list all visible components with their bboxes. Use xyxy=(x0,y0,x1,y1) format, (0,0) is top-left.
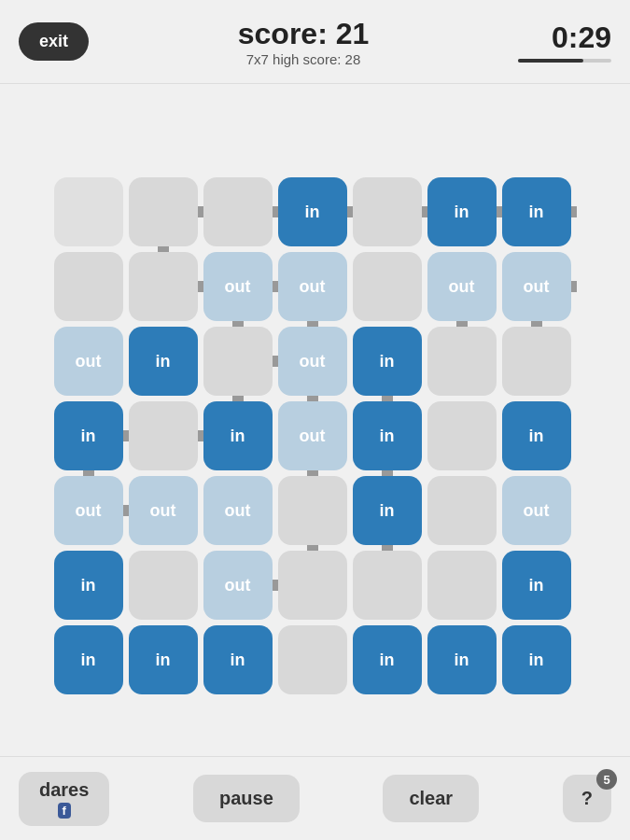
cell[interactable] xyxy=(278,476,347,545)
dares-button[interactable]: dares f xyxy=(19,772,109,826)
cell[interactable]: out xyxy=(54,327,123,396)
cell[interactable]: in xyxy=(502,551,571,620)
score-area: score: 21 7x7 high score: 28 xyxy=(238,17,370,67)
cell[interactable]: out xyxy=(278,401,347,470)
game-board-container: inininoutoutoutoutoutinoutinininoutinino… xyxy=(0,84,630,793)
cell[interactable] xyxy=(278,551,347,620)
cell[interactable]: in xyxy=(353,625,422,694)
cell[interactable]: in xyxy=(353,476,422,545)
cell[interactable] xyxy=(353,177,422,246)
cell[interactable] xyxy=(129,401,198,470)
cell[interactable]: out xyxy=(278,327,347,396)
cell[interactable] xyxy=(129,252,198,321)
dares-label: dares xyxy=(39,779,89,801)
score-display: score: 21 xyxy=(238,17,370,51)
cell[interactable]: out xyxy=(502,252,571,321)
pause-button[interactable]: pause xyxy=(193,775,300,822)
exit-button[interactable]: exit xyxy=(19,22,89,61)
timer-area: 0:29 xyxy=(518,21,611,63)
timer-bar xyxy=(518,59,583,63)
cell[interactable] xyxy=(427,327,497,396)
cell[interactable]: out xyxy=(129,476,198,545)
cell[interactable] xyxy=(54,177,123,246)
cell[interactable]: out xyxy=(54,476,123,545)
cell[interactable]: in xyxy=(203,401,273,470)
cell[interactable]: in xyxy=(427,625,497,694)
cell[interactable]: out xyxy=(203,252,273,321)
cell[interactable] xyxy=(502,327,571,396)
cell[interactable] xyxy=(353,551,422,620)
cell[interactable] xyxy=(427,401,497,470)
cell[interactable]: in xyxy=(129,327,198,396)
cell[interactable] xyxy=(427,476,497,545)
facebook-icon: f xyxy=(58,803,71,819)
cell[interactable] xyxy=(353,252,422,321)
cell[interactable] xyxy=(129,177,198,246)
cell[interactable]: out xyxy=(502,476,571,545)
badge-count: 5 xyxy=(596,769,617,790)
bottom-bar: dares f pause clear ? 5 xyxy=(0,756,630,840)
cell[interactable]: out xyxy=(427,252,497,321)
game-board: inininoutoutoutoutoutinoutinininoutinino… xyxy=(54,177,577,700)
cell[interactable]: in xyxy=(427,177,497,246)
cell-grid: inininoutoutoutoutoutinoutinininoutinino… xyxy=(54,177,571,694)
cell[interactable] xyxy=(54,252,123,321)
cell[interactable]: in xyxy=(502,625,571,694)
cell[interactable]: in xyxy=(129,625,198,694)
cell[interactable]: in xyxy=(203,625,273,694)
cell[interactable] xyxy=(203,177,273,246)
timer-bar-container xyxy=(518,59,611,63)
cell[interactable]: in xyxy=(502,177,571,246)
cell[interactable]: out xyxy=(203,476,273,545)
cell[interactable]: in xyxy=(278,177,347,246)
cell[interactable]: in xyxy=(353,327,422,396)
cell[interactable]: in xyxy=(54,551,123,620)
timer-display: 0:29 xyxy=(518,21,611,55)
cell[interactable]: in xyxy=(353,401,422,470)
header: exit score: 21 7x7 high score: 28 0:29 xyxy=(0,0,630,84)
cell[interactable]: out xyxy=(203,551,273,620)
cell[interactable] xyxy=(278,625,347,694)
cell[interactable]: in xyxy=(502,401,571,470)
cell[interactable]: in xyxy=(54,625,123,694)
high-score-display: 7x7 high score: 28 xyxy=(238,51,370,67)
clear-button[interactable]: clear xyxy=(383,775,479,822)
help-label: ? xyxy=(581,788,593,808)
cell[interactable] xyxy=(427,551,497,620)
help-button[interactable]: ? 5 xyxy=(563,775,611,822)
cell[interactable] xyxy=(129,551,198,620)
cell[interactable] xyxy=(203,327,273,396)
cell[interactable]: in xyxy=(54,401,123,470)
cell[interactable]: out xyxy=(278,252,347,321)
